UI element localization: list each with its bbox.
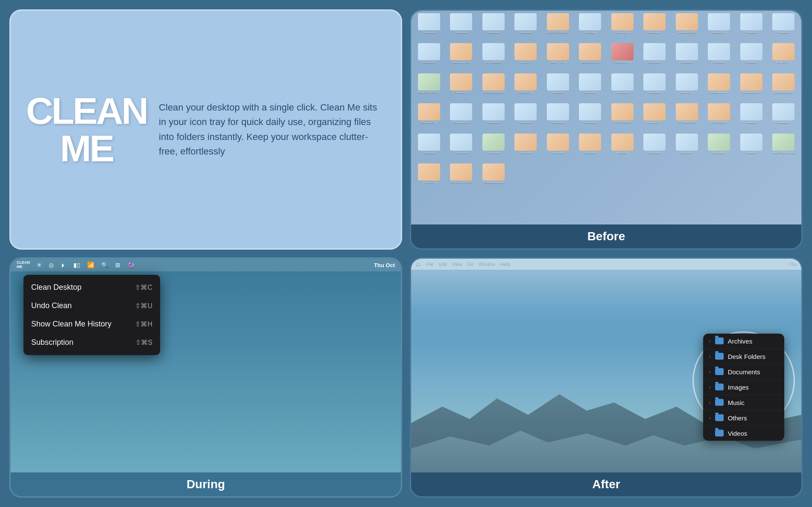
others-folder-icon (715, 414, 724, 421)
list-item: Screenshot (607, 73, 638, 102)
documents-folder-icon (715, 368, 724, 375)
after-card: 🗂 File Edit View Go Window Help Thu › Ar… (410, 257, 803, 498)
music-label: Music (728, 399, 745, 406)
list-item: images-1.jpg (768, 43, 799, 71)
list-item: Screenshot (543, 103, 573, 131)
before-card: Screenshot Screenshot Screenshot Screens… (410, 9, 803, 250)
list-item: lg 9 test.png (640, 103, 670, 131)
subscription-menu-item[interactable]: Subscription ⇧⌘S (23, 333, 160, 352)
list-item: ig test 2.png (414, 163, 444, 192)
list-item: Screenshot (543, 134, 573, 162)
list-item: Screenshot (672, 134, 702, 162)
user-icon: ◎ (49, 262, 54, 268)
list-item: bb07152493e059e7 (478, 73, 509, 102)
list-item: heic-image.webp (704, 73, 735, 102)
during-label: During (11, 472, 401, 496)
logo-clean: CLEAN (26, 92, 147, 130)
list-item: Screenshot (478, 13, 509, 41)
play-icon: ⏵ (61, 262, 67, 268)
list-item: cleanit.png (640, 13, 670, 41)
list-item: Screenshot (575, 103, 606, 131)
list-item: Screenshot (414, 13, 444, 41)
list-item: 241738heic21041 (672, 103, 702, 131)
after-screen: 🗂 File Edit View Go Window Help Thu › Ar… (411, 259, 801, 472)
folder-popup: › Archives › Desk Folders › Documents › … (703, 333, 784, 440)
list-item: FINAL RESULTS.png (414, 73, 444, 102)
images-folder-icon (715, 384, 724, 390)
list-item: acce43fa2b44516 (672, 13, 702, 41)
list-item: Screenshot (736, 103, 767, 131)
others-folder[interactable]: › Others (703, 410, 784, 425)
archives-folder[interactable]: › Archives (703, 333, 784, 349)
list-item: 17d90904629e2ebc (478, 163, 509, 192)
clean-desktop-shortcut: ⇧⌘C (135, 283, 152, 291)
undo-clean-menu-item[interactable]: Undo Clean ⇧⌘U (23, 297, 160, 315)
list-item: Screenshot (414, 134, 444, 162)
list-item: ig test 4.png (607, 134, 638, 162)
list-item: Screenshot (736, 43, 767, 71)
show-history-shortcut: ⇧⌘H (135, 320, 152, 328)
list-item: Screenshot (640, 134, 670, 162)
list-item: door sign.png (607, 13, 638, 41)
list-item: Screenshot (736, 134, 767, 162)
before-screenshot: Screenshot Screenshot Screenshot Screens… (411, 11, 801, 224)
wifi-icon: 📶 (87, 262, 94, 268)
list-item: Resuts page 2.0 (446, 43, 477, 71)
list-item: Screenshot (640, 73, 670, 102)
list-item: Screenshot (511, 134, 541, 162)
context-menu: Clean Desktop ⇧⌘C Undo Clean ⇧⌘U Show Cl… (23, 275, 160, 355)
list-item: TS LOGO.png (607, 43, 638, 71)
list-item: Screenshot (768, 103, 799, 131)
images-folder[interactable]: › Images (703, 379, 784, 395)
search-icon[interactable]: 🔍 (101, 262, 108, 268)
show-history-menu-item[interactable]: Show Clean Me History ⇧⌘H (23, 315, 160, 333)
list-item: Screenshot (478, 134, 509, 162)
archives-chevron: › (709, 338, 711, 344)
list-item: WO_3191.HEIC (607, 103, 638, 131)
list-item: Screenshot (511, 13, 541, 41)
music-folder[interactable]: › Music (703, 395, 784, 410)
list-item: Screenshot (478, 103, 509, 131)
videos-folder[interactable]: › Videos (703, 425, 784, 440)
list-item: image-900x900 (478, 43, 509, 71)
app-name-label: CLEANME (17, 261, 30, 269)
videos-folder-icon (715, 430, 724, 437)
desk-folders-folder[interactable]: › Desk Folders (703, 349, 784, 364)
list-item: Label - Campaign Skins.png (768, 134, 799, 162)
list-item: RESULTS FINALS (543, 13, 573, 41)
music-folder-icon (715, 399, 724, 406)
during-screen: CLEANME ✳ ◎ ⏵ ▮▯ 📶 🔍 ⊞ 🔮 Thu Oct Clean D… (11, 259, 401, 472)
clean-desktop-menu-item[interactable]: Clean Desktop ⇧⌘C (23, 278, 160, 297)
list-item: Screenshot (446, 13, 477, 41)
bluetooth-icon: ✳ (37, 262, 42, 268)
others-chevron: › (709, 415, 711, 420)
logo-me: ME (60, 130, 113, 167)
undo-clean-shortcut: ⇧⌘U (135, 302, 152, 310)
app-logo: CLEAN ME (26, 92, 147, 167)
list-item: Snoperset50%.p (446, 103, 477, 131)
list-item: CocktailMen 1U.png (736, 73, 767, 102)
list-item: Screenshot (704, 43, 735, 71)
list-item: image5.png (672, 73, 702, 102)
show-history-label: Show Clean Me History (31, 320, 111, 329)
hero-description: Clean your desktop with a single click. … (159, 100, 386, 158)
list-item: b437d865a67a38 (575, 43, 606, 71)
list-item: 32141kb 47jpg (511, 73, 541, 102)
list-item: Euromesort (704, 134, 735, 162)
during-card: CLEANME ✳ ◎ ⏵ ▮▯ 📶 🔍 ⊞ 🔮 Thu Oct Clean D… (9, 257, 402, 498)
menubar: CLEANME ✳ ◎ ⏵ ▮▯ 📶 🔍 ⊞ 🔮 Thu Oct (11, 259, 401, 271)
control-center-icon[interactable]: ⊞ (115, 262, 120, 268)
list-item: unnamed.png (704, 13, 735, 41)
desk-folders-label: Desk Folders (728, 353, 765, 360)
siri-icon[interactable]: 🔮 (127, 262, 134, 268)
before-label: Before (411, 224, 801, 248)
list-item: Screenshot (414, 43, 444, 71)
list-item: Screenshot (672, 43, 702, 71)
documents-chevron: › (709, 369, 711, 374)
list-item: Screenshot (511, 103, 541, 131)
images-label: Images (728, 383, 749, 390)
documents-folder[interactable]: › Documents (703, 364, 784, 379)
list-item: seao.png (511, 43, 541, 71)
music-chevron: › (709, 400, 711, 405)
images-chevron: › (709, 385, 711, 390)
